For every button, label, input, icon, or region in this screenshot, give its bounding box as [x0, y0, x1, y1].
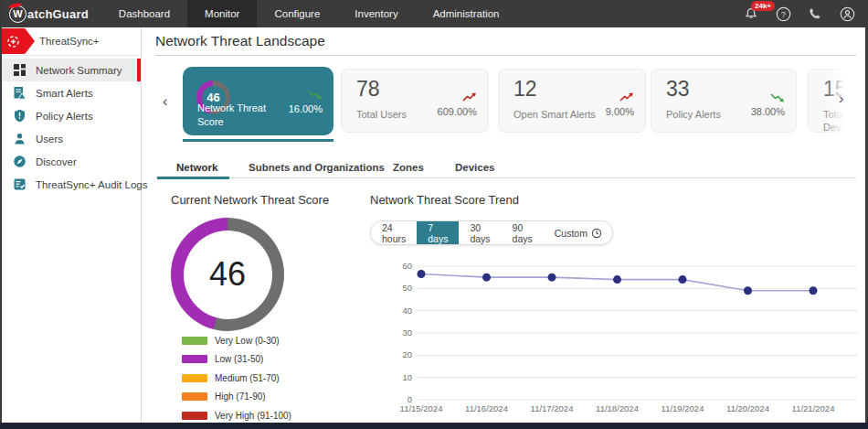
card-value: 12 — [513, 77, 537, 102]
legend-swatch-very-high — [182, 412, 207, 420]
grid-dashboard-icon — [13, 63, 26, 77]
nav-inventory[interactable]: Inventory — [337, 0, 415, 27]
list-check-icon — [13, 177, 26, 191]
trend-down-icon — [770, 92, 785, 102]
tab-network[interactable]: Network — [176, 162, 217, 173]
threatsync-sync-plus-icon — [5, 34, 21, 49]
sidebar-item-label: Discover — [36, 156, 77, 167]
nav-monitor[interactable]: Monitor — [187, 0, 257, 27]
person-icon — [13, 132, 26, 145]
svg-text:20: 20 — [402, 349, 412, 359]
topbar-icons: 24k+ ? — [743, 5, 855, 22]
sidebar-item-discover[interactable]: Discover — [2, 150, 141, 173]
account-button[interactable] — [839, 5, 855, 22]
svg-text:11/20/2024: 11/20/2024 — [726, 403, 769, 413]
person-circle-icon — [840, 6, 855, 22]
window-bottom-bar — [0, 423, 868, 429]
tabs-divider — [155, 177, 856, 178]
range-custom-label: Custom — [555, 228, 587, 239]
card-value: 78 — [356, 77, 380, 102]
carousel-next-button[interactable]: › — [839, 91, 843, 106]
primary-nav: Dashboard Monitor Configure Inventory Ad… — [101, 0, 517, 27]
page-title: Network Threat Landscape — [155, 33, 325, 49]
legend-label: High (71-90) — [215, 391, 266, 402]
trend-percent: 609.00% — [438, 106, 477, 117]
svg-text:11/15/2024: 11/15/2024 — [400, 403, 443, 413]
sidebar-nav: Network Summary Smart Alerts Policy Aler… — [2, 59, 141, 196]
carousel-prev-button[interactable]: ‹ — [163, 94, 167, 109]
sidebar-item-policy-alerts[interactable]: Policy Alerts — [2, 104, 141, 127]
support-phone-button[interactable] — [807, 5, 823, 22]
sidebar-item-smart-alerts[interactable]: Smart Alerts — [2, 81, 141, 104]
card-trend: 16.00% — [289, 87, 323, 114]
svg-text:40: 40 — [402, 306, 412, 316]
legend-swatch-low — [182, 355, 207, 363]
legend-item-high: High (71-90) — [182, 391, 266, 402]
sidebar-item-label: ThreatSync+ Audit Logs — [36, 179, 147, 190]
active-tab-indicator — [157, 177, 229, 179]
top-navigation-bar: W atchGuard Dashboard Monitor Configure … — [0, 0, 868, 27]
legend-label: Very High (91-100) — [215, 411, 291, 421]
main-content: Network Threat Landscape ‹ 46 16.00% Net… — [143, 27, 865, 423]
range-7-days[interactable]: 7 days — [417, 221, 459, 244]
watchguard-logo[interactable]: W atchGuard — [9, 5, 89, 23]
trend-up-icon — [619, 92, 634, 102]
trend-down-icon — [308, 90, 323, 100]
trend-line-chart: 010203040506011/15/202411/16/202411/17/2… — [370, 254, 865, 423]
legend-item-very-low: Very Low (0-30) — [182, 336, 280, 346]
card-policy-alerts[interactable]: 33 Policy Alerts 38.00% — [651, 69, 797, 133]
legend-swatch-medium — [182, 374, 207, 382]
clock-history-icon — [591, 228, 602, 239]
tab-zones[interactable]: Zones — [393, 162, 424, 173]
notifications-button[interactable]: 24k+ — [743, 5, 759, 22]
tab-devices[interactable]: Devices — [455, 162, 494, 173]
trend-up-icon — [462, 92, 477, 102]
card-trend: 609.00% — [438, 90, 477, 117]
phone-icon — [808, 6, 822, 21]
carousel-fade-solid — [846, 64, 865, 139]
card-network-threat-score[interactable]: 46 16.00% Network Threat Score — [183, 67, 333, 135]
nav-configure[interactable]: Configure — [257, 0, 337, 27]
current-score-heading: Current Network Threat Score — [171, 193, 329, 207]
card-label: Open Smart Alerts — [513, 109, 596, 122]
range-custom[interactable]: Custom — [544, 221, 613, 244]
svg-text:60: 60 — [402, 261, 412, 271]
sidebar-item-network-summary[interactable]: Network Summary — [2, 59, 141, 81]
title-divider — [155, 55, 856, 56]
tab-subnets-and-organizations[interactable]: Subnets and Organizations — [249, 162, 385, 173]
trend-percent: 9.00% — [606, 106, 634, 117]
help-button[interactable]: ? — [775, 5, 791, 22]
threat-score-donut: 46 — [171, 218, 284, 331]
sidebar-item-label: Policy Alerts — [36, 111, 93, 122]
card-label: Total Users — [356, 109, 407, 122]
report-alert-icon — [13, 86, 26, 100]
svg-text:11/18/2024: 11/18/2024 — [596, 403, 639, 413]
nav-dashboard[interactable]: Dashboard — [101, 0, 187, 27]
sidebar-item-audit-logs[interactable]: ThreatSync+ Audit Logs — [2, 173, 141, 196]
question-circle-icon: ? — [776, 6, 791, 22]
selected-card-indicator — [183, 139, 333, 142]
threatsync-flag — [2, 28, 35, 54]
svg-text:?: ? — [780, 9, 785, 19]
carousel-fade — [823, 64, 848, 139]
range-90-days[interactable]: 90 days — [502, 221, 544, 244]
threat-score-value: 46 — [184, 231, 272, 319]
sidebar-item-label: Network Summary — [36, 65, 122, 76]
product-header: ThreatSync+ — [2, 27, 141, 56]
range-30-days[interactable]: 30 days — [459, 221, 501, 244]
card-open-smart-alerts[interactable]: 12 Open Smart Alerts 9.00% — [498, 69, 646, 133]
range-24-hours[interactable]: 24 hours — [371, 221, 417, 244]
legend-label: Low (31-50) — [215, 354, 263, 364]
card-total-users[interactable]: 78 Total Users 609.00% — [341, 69, 489, 133]
trend-heading: Network Threat Score Trend — [370, 193, 519, 207]
svg-text:30: 30 — [402, 327, 412, 338]
trend-percent: 16.00% — [289, 103, 323, 114]
card-label: Policy Alerts — [666, 109, 721, 122]
trend-percent: 38.00% — [751, 106, 785, 117]
card-label: Network Threat Score — [197, 102, 289, 128]
product-name: ThreatSync+ — [39, 36, 100, 47]
sidebar-item-users[interactable]: Users — [2, 127, 141, 150]
sidebar-item-label: Smart Alerts — [36, 88, 93, 99]
svg-text:50: 50 — [402, 283, 412, 293]
nav-administration[interactable]: Administration — [416, 0, 517, 27]
